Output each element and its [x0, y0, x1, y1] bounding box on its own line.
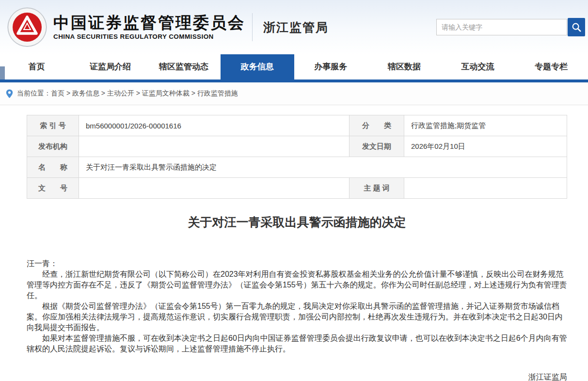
article-paragraph: 如果对本监督管理措施不服，可在收到本决定书之日起60日内向中国证券监督管理委员会…: [27, 333, 567, 354]
bureau-name: 浙江监管局: [263, 19, 329, 35]
table-row: 文 号 主 题 词: [27, 178, 567, 199]
meta-value-index: bm56000001/2026-00001616: [79, 115, 350, 136]
meta-label-title: 名 称: [27, 157, 79, 178]
nav-underline: [0, 79, 588, 82]
nav-item[interactable]: 证监局介绍: [74, 54, 147, 79]
nav-item[interactable]: 办事服务: [294, 54, 368, 79]
meta-value-title: 关于对汪一青采取出具警示函措施的决定: [79, 157, 567, 178]
meta-label-index: 索 引 号: [27, 115, 79, 136]
meta-value-category: 行政监管措施;期货监管: [404, 115, 567, 136]
article-paragraph: 经查，浙江新世纪期货有限公司（以下简称公司）在2023年对利用自有资金投资私募股…: [27, 269, 567, 301]
meta-label-date: 发文日期: [350, 136, 404, 157]
meta-value-keywords: [404, 178, 567, 199]
site-header: 中国证券监督管理委员会 CHINA SECURITIES REGULATORY …: [0, 0, 588, 54]
csrc-logo-icon: [7, 7, 48, 48]
signature-line: 浙江证监局: [27, 372, 567, 381]
meta-value-docnum: [79, 178, 350, 199]
meta-value-issuer: [79, 136, 350, 157]
article-paragraph: 根据《期货公司监督管理办法》（证监会令第155号）第一百零九条的规定，我局决定对…: [27, 301, 567, 333]
nav-item[interactable]: 辖区监管动态: [147, 54, 221, 79]
meta-label-category: 分 类: [350, 115, 404, 136]
nav-item[interactable]: 首页: [0, 54, 74, 79]
nav-item[interactable]: 政务信息: [221, 54, 294, 79]
search-box: [436, 18, 585, 36]
search-button[interactable]: [568, 18, 585, 36]
table-row: 索 引 号 bm56000001/2026-00001616 分 类 行政监管措…: [27, 115, 567, 136]
main-nav: 首页证监局介绍辖区监管动态政务信息办事服务辖区数据互动交流专题专栏: [0, 54, 588, 79]
nav-item[interactable]: 辖区数据: [367, 54, 441, 79]
article-body: 汪一青： 经查，浙江新世纪期货有限公司（以下简称公司）在2023年对利用自有资金…: [27, 258, 567, 354]
signature-block: 浙江证监局2026年2月4日: [27, 372, 567, 381]
nav-left-decoration: [0, 66, 5, 79]
article-salutation: 汪一青：: [27, 258, 567, 269]
meta-label-docnum: 文 号: [27, 178, 79, 199]
main-nav-wrap: 首页证监局介绍辖区监管动态政务信息办事服务辖区数据互动交流专题专栏: [0, 54, 588, 82]
search-icon: [571, 22, 582, 32]
table-row: 名 称 关于对汪一青采取出具警示函措施的决定: [27, 157, 567, 178]
org-titles: 中国证券监督管理委员会 CHINA SECURITIES REGULATORY …: [53, 14, 245, 40]
nav-item[interactable]: 互动交流: [441, 54, 515, 79]
article-title: 关于对汪一青采取出具警示函措施的决定: [27, 214, 567, 230]
org-name-en: CHINA SECURITIES REGULATORY COMMISSION: [53, 33, 245, 40]
document-meta-table: 索 引 号 bm56000001/2026-00001616 分 类 行政监管措…: [27, 115, 567, 199]
breadcrumb: 当前位置：首页 > 政务信息 > 主动公开 > 证监局文种体裁 > 行政监管措施: [0, 82, 588, 105]
org-name-zh: 中国证券监督管理委员会: [53, 14, 245, 32]
table-row: 发布机构 发文日期 2026年02月10日: [27, 136, 567, 157]
meta-value-date: 2026年02月10日: [404, 136, 567, 157]
breadcrumb-path[interactable]: 当前位置：首页 > 政务信息 > 主动公开 > 证监局文种体裁 > 行政监管措施: [17, 89, 238, 98]
header-divider: [252, 13, 253, 41]
location-pin-icon: [6, 89, 13, 98]
search-input[interactable]: [436, 19, 567, 35]
nav-item[interactable]: 专题专栏: [514, 54, 588, 79]
main-content: 索 引 号 bm56000001/2026-00001616 分 类 行政监管措…: [0, 105, 588, 381]
meta-label-keywords: 主 题 词: [350, 178, 404, 199]
meta-label-issuer: 发布机构: [27, 136, 79, 157]
